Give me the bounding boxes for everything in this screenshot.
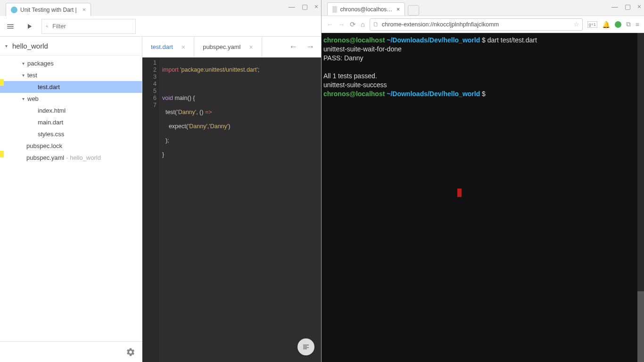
nav-back-button[interactable]: ← — [289, 42, 297, 52]
code-content[interactable]: import 'package:unittest/unittest.dart';… — [159, 58, 262, 362]
file-tree: ▾packages ▾test test.dart ▾web index.htm… — [0, 56, 142, 164]
file-sidebar: ▾ hello_world ▾packages ▾test test.dart … — [0, 37, 142, 362]
bell-icon[interactable]: 🔔 — [602, 21, 610, 28]
chevron-down-icon: ▾ — [4, 43, 8, 49]
reload-button[interactable]: ⟳ — [350, 20, 356, 29]
close-window-button[interactable]: × — [314, 3, 318, 10]
search-icon — [46, 23, 49, 30]
scrollbar[interactable] — [637, 33, 644, 362]
editor-tab-test-dart[interactable]: test.dart × — [142, 37, 194, 57]
minimize-button[interactable]: — — [611, 3, 618, 10]
tree-file[interactable]: main.dart — [0, 116, 142, 128]
close-tab-icon[interactable]: × — [83, 6, 86, 13]
favicon-icon — [11, 7, 17, 13]
browser-titlebar: Unit Testing with Dart | × — ▢ × — [0, 0, 321, 16]
browser-tab-title: chronos@localhost:~/Do — [340, 6, 394, 13]
page-icon — [332, 6, 337, 13]
browser-titlebar: chronos@localhost:~/Do × — ▢ × — [322, 0, 644, 16]
menu-icon[interactable]: ≡ — [636, 21, 639, 28]
terminal-window: chronos@localhost:~/Do × — ▢ × ← → ⟳ ⌂ 🗋… — [322, 0, 644, 362]
browser-tab-title: Unit Testing with Dart | — [20, 7, 77, 13]
run-button[interactable] — [23, 20, 36, 33]
terminal-output: unittest-suite-wait-for-done — [323, 45, 642, 54]
terminal-output: unittest-suite-success — [323, 81, 642, 90]
nav-forward-button[interactable]: → — [306, 42, 314, 52]
url-input[interactable]: 🗋 chrome-extension://nkoccljplnhpfnfiajc… — [370, 18, 582, 31]
page-icon: 🗋 — [373, 21, 379, 28]
editor-window: Unit Testing with Dart | × — ▢ × ▾ hello… — [0, 0, 322, 362]
terminal-output: PASS: Danny — [323, 54, 642, 63]
project-name: hello_world — [12, 42, 48, 50]
terminal-cursor — [457, 189, 462, 197]
url-text: chrome-extension://nkoccljplnhpfnfiajclk… — [382, 21, 499, 28]
terminal[interactable]: chronos@localhost ~/Downloads/Dev/hello_… — [322, 33, 644, 362]
format-button[interactable] — [297, 338, 314, 355]
nav-back-button[interactable]: ← — [326, 20, 333, 28]
editor-area: test.dart × pubspec.yaml × ← → 1234567 i… — [142, 37, 321, 362]
minimize-button[interactable]: — — [289, 3, 295, 10]
address-bar: ← → ⟳ ⌂ 🗋 chrome-extension://nkoccljplnh… — [322, 16, 644, 33]
toolbar-icons: g+1 🔔 ⧉ ≡ — [587, 20, 639, 28]
chevron-down-icon: ▾ — [21, 73, 25, 78]
hamburger-menu-button[interactable] — [4, 20, 17, 33]
close-window-button[interactable]: × — [637, 3, 641, 10]
editor-tabs: test.dart × pubspec.yaml × ← → — [142, 37, 321, 58]
terminal-output: All 1 tests passed. — [323, 72, 642, 81]
gplus-icon[interactable]: g+1 — [587, 21, 597, 28]
editor-nav: ← → — [282, 37, 321, 57]
filter-box[interactable] — [41, 19, 136, 34]
status-marker — [0, 151, 4, 157]
new-tab-button[interactable] — [408, 5, 419, 16]
ide-toolbar — [0, 16, 321, 37]
tree-file-pubspec-lock[interactable]: pubspec.lock — [0, 140, 142, 152]
window-controls: — ▢ × — [611, 3, 641, 10]
line-gutter: 1234567 — [142, 58, 159, 362]
tree-file[interactable]: styles.css — [0, 128, 142, 140]
tabs-icon[interactable]: ⧉ — [626, 20, 631, 28]
tree-folder-test[interactable]: ▾test — [0, 69, 142, 81]
tree-file-pubspec-yaml[interactable]: pubspec.yaml- hello_world — [0, 152, 142, 164]
gear-icon[interactable] — [126, 347, 135, 357]
maximize-button[interactable]: ▢ — [625, 3, 631, 10]
home-button[interactable]: ⌂ — [361, 20, 365, 28]
close-tab-icon[interactable]: × — [249, 43, 253, 51]
tree-file[interactable]: index.html — [0, 105, 142, 116]
editor-tab-pubspec-yaml[interactable]: pubspec.yaml × — [194, 37, 262, 57]
browser-tab[interactable]: Unit Testing with Dart | × — [6, 3, 91, 16]
tree-folder-packages[interactable]: ▾packages — [0, 58, 142, 69]
maximize-button[interactable]: ▢ — [302, 3, 308, 10]
code-editor[interactable]: 1234567 import 'package:unittest/unittes… — [142, 58, 321, 362]
bookmark-star-icon[interactable]: ☆ — [574, 21, 579, 28]
window-controls: — ▢ × — [289, 3, 318, 10]
close-tab-icon[interactable]: × — [396, 6, 400, 13]
chevron-down-icon: ▾ — [21, 61, 25, 66]
status-marker — [0, 79, 4, 86]
tree-folder-web[interactable]: ▾web — [0, 93, 142, 105]
chevron-down-icon: ▾ — [21, 96, 25, 101]
ide-body: ▾ hello_world ▾packages ▾test test.dart … — [0, 37, 321, 362]
tree-file-test-dart[interactable]: test.dart — [0, 81, 142, 93]
filter-input[interactable] — [52, 23, 132, 30]
sidebar-footer — [0, 341, 142, 362]
browser-tab[interactable]: chronos@localhost:~/Do × — [327, 2, 405, 16]
extension-icon[interactable] — [615, 21, 621, 28]
project-header[interactable]: ▾ hello_world — [0, 37, 142, 56]
nav-forward-button[interactable]: → — [338, 20, 345, 28]
scrollbar-thumb[interactable] — [637, 291, 644, 362]
close-tab-icon[interactable]: × — [182, 43, 185, 51]
